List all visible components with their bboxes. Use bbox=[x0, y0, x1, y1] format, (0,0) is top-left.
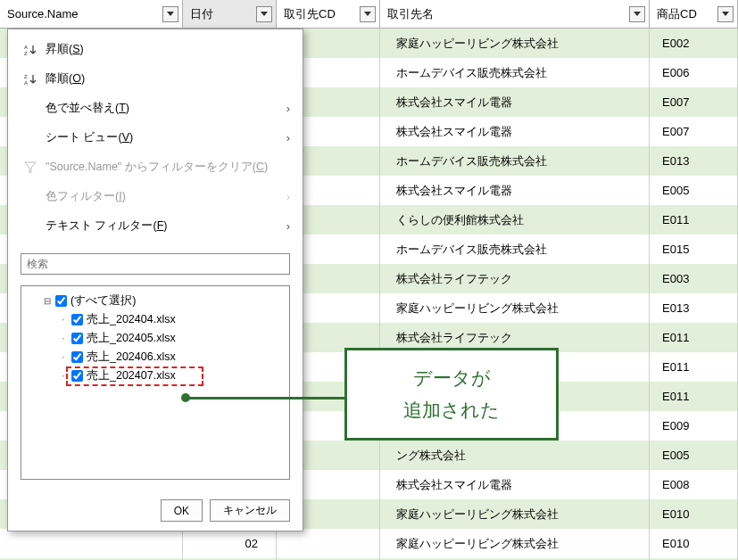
dropdown-product[interactable] bbox=[717, 6, 734, 22]
filter-value-item[interactable]: · 売上_202404.xlsx bbox=[25, 310, 286, 329]
filter-value-checkbox[interactable] bbox=[71, 370, 83, 382]
cell-product: E011 bbox=[650, 352, 738, 382]
select-all-item[interactable]: ⊟ (すべて選択) bbox=[25, 292, 286, 310]
tree-collapse-icon[interactable]: ⊟ bbox=[41, 296, 54, 306]
filter-value-item[interactable]: · 売上_202407.xlsx bbox=[25, 366, 286, 385]
select-all-checkbox[interactable] bbox=[55, 295, 67, 307]
chevron-right-icon: › bbox=[286, 131, 290, 144]
header-name: 取引先名 bbox=[380, 0, 650, 28]
sheet-view[interactable]: シート ビュー(V) › bbox=[8, 123, 303, 152]
svg-text:Z: Z bbox=[24, 74, 28, 79]
ok-button[interactable]: OK bbox=[161, 499, 203, 522]
sort-by-color[interactable]: 色で並べ替え(T) › bbox=[8, 94, 303, 123]
chevron-down-icon bbox=[261, 12, 268, 16]
cell-name: 家庭ハッピーリビング株式会社 bbox=[380, 499, 650, 529]
cell-product: E009 bbox=[650, 411, 738, 441]
cell-product: E013 bbox=[650, 146, 738, 176]
filter-value-label: 売上_202406.xlsx bbox=[87, 350, 176, 365]
cell-name: くらしの便利館株式会社 bbox=[380, 205, 650, 235]
cell-name: ング株式会社 bbox=[380, 441, 650, 470]
cell-product: E011 bbox=[650, 205, 738, 235]
filter-value-item[interactable]: · 売上_202405.xlsx bbox=[25, 329, 286, 348]
text-filter-label: テキスト フィルター(F) bbox=[46, 218, 286, 234]
table-header: Source.Name 日付 取引先CD 取引先名 商品CD bbox=[0, 0, 738, 29]
cell-product: E008 bbox=[650, 470, 738, 499]
filter-value-checkbox[interactable] bbox=[71, 314, 83, 325]
cell-name: ホームデバイス販売株式会社 bbox=[380, 235, 650, 264]
sort-asc-icon: AZ bbox=[24, 44, 46, 56]
header-source-label: Source.Name bbox=[7, 7, 159, 21]
dropdown-source[interactable] bbox=[162, 6, 178, 22]
cell-source bbox=[0, 529, 183, 558]
cell-product: E010 bbox=[650, 529, 738, 558]
filter-value-checkbox[interactable] bbox=[71, 333, 83, 344]
chevron-down-icon bbox=[364, 12, 371, 16]
chevron-down-icon bbox=[722, 12, 729, 16]
cell-product: E005 bbox=[650, 176, 738, 205]
cell-product: E003 bbox=[650, 264, 738, 293]
cell-product: E007 bbox=[650, 117, 738, 146]
tree-leaf-icon: · bbox=[57, 371, 70, 381]
cell-product: E011 bbox=[650, 382, 738, 411]
annotation-callout: データが 追加された bbox=[344, 348, 559, 441]
filter-dropdown-panel: AZ 昇順(S) ZA 降順(O) 色で並べ替え(T) › シート ビュー(V)… bbox=[7, 29, 303, 531]
sheet-view-label: シート ビュー(V) bbox=[46, 130, 286, 145]
sort-ascending[interactable]: AZ 昇順(S) bbox=[8, 35, 303, 64]
cell-name: 株式会社スマイル電器 bbox=[380, 470, 650, 499]
cell-product: E013 bbox=[650, 293, 738, 323]
callout-text-2: 追加された bbox=[403, 394, 500, 426]
chevron-down-icon bbox=[167, 12, 174, 16]
cell-product: E010 bbox=[650, 499, 738, 529]
svg-text:A: A bbox=[24, 45, 28, 50]
sort-desc-label: 降順(O) bbox=[46, 71, 290, 86]
search-input[interactable] bbox=[21, 253, 290, 275]
cell-product: E015 bbox=[650, 235, 738, 264]
tree-leaf-icon: · bbox=[57, 352, 70, 362]
filter-value-label: 売上_202404.xlsx bbox=[87, 312, 176, 327]
cell-product: E011 bbox=[650, 323, 738, 352]
cell-name: ホームデバイス販売株式会社 bbox=[380, 146, 650, 176]
funnel-clear-icon bbox=[24, 161, 46, 174]
text-filter[interactable]: テキスト フィルター(F) › bbox=[8, 211, 303, 241]
cell-product: E007 bbox=[650, 87, 738, 117]
cell-name: 家庭ハッピーリビング株式会社 bbox=[380, 529, 650, 558]
tree-leaf-icon: · bbox=[57, 315, 70, 325]
cell-name: 株式会社スマイル電器 bbox=[380, 87, 650, 117]
dialog-buttons: OK キャンセル bbox=[8, 490, 303, 531]
search-container bbox=[8, 246, 303, 282]
dropdown-cd[interactable] bbox=[360, 6, 376, 22]
chevron-right-icon: › bbox=[286, 102, 290, 115]
filter-values-area: ⊟ (すべて選択) · 売上_202404.xlsx · 売上_202405.x… bbox=[21, 285, 290, 480]
clear-filter: "Source.Name" からフィルターをクリア(C) bbox=[8, 152, 303, 182]
svg-text:Z: Z bbox=[24, 51, 28, 56]
sort-asc-label: 昇順(S) bbox=[46, 42, 290, 57]
cell-name: ホームデバイス販売株式会社 bbox=[380, 58, 650, 87]
cell-name: 家庭ハッピーリビング株式会社 bbox=[380, 293, 650, 323]
header-cd-label: 取引先CD bbox=[284, 6, 356, 22]
chevron-right-icon: › bbox=[286, 190, 290, 203]
filter-value-checkbox[interactable] bbox=[71, 351, 83, 363]
header-date-label: 日付 bbox=[190, 6, 253, 22]
menu-list: AZ 昇順(S) ZA 降順(O) 色で並べ替え(T) › シート ビュー(V)… bbox=[8, 29, 303, 246]
filter-value-item[interactable]: · 売上_202406.xlsx bbox=[25, 348, 286, 366]
table-row[interactable]: 02 家庭ハッピーリビング株式会社 E010 bbox=[0, 529, 738, 558]
cell-name: 株式会社ライフテック bbox=[380, 264, 650, 293]
svg-text:A: A bbox=[24, 80, 28, 86]
header-name-label: 取引先名 bbox=[387, 6, 626, 22]
chevron-down-icon bbox=[634, 12, 641, 16]
header-source: Source.Name bbox=[0, 0, 183, 28]
header-cd: 取引先CD bbox=[277, 0, 380, 28]
cell-cd bbox=[277, 529, 380, 558]
cell-product: E002 bbox=[650, 29, 738, 58]
sort-descending[interactable]: ZA 降順(O) bbox=[8, 64, 303, 94]
color-filter: 色フィルター(I) › bbox=[8, 182, 303, 211]
cell-date-fragment: 02 bbox=[183, 529, 277, 558]
cell-name: 株式会社スマイル電器 bbox=[380, 117, 650, 146]
filter-value-label: 売上_202407.xlsx bbox=[87, 368, 176, 383]
dropdown-date[interactable] bbox=[256, 6, 272, 22]
cell-product: E005 bbox=[650, 441, 738, 470]
select-all-label: (すべて選択) bbox=[70, 293, 136, 309]
dropdown-name[interactable] bbox=[629, 6, 645, 22]
cancel-button[interactable]: キャンセル bbox=[210, 499, 290, 522]
header-product-label: 商品CD bbox=[657, 6, 714, 22]
